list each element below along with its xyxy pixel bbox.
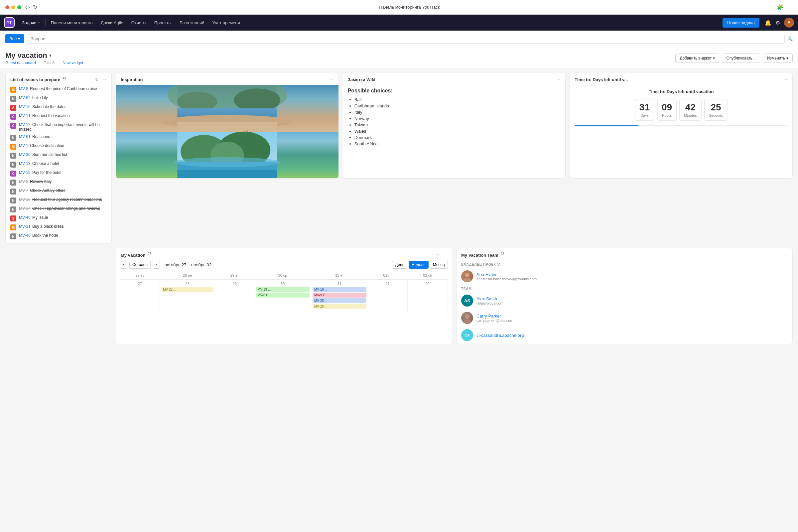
issue-id-link[interactable]: MV-3 [19, 179, 28, 184]
close-control[interactable] [5, 5, 9, 9]
dashboard-title[interactable]: My vacation ▾ [5, 51, 83, 60]
inspiration-menu-icon[interactable]: ··· [328, 76, 334, 82]
countdown-progress-fill [574, 125, 639, 126]
issue-id-link[interactable]: MV-61 [19, 134, 31, 139]
issue-item[interactable]: C MV-12 Check that no important events w… [8, 121, 109, 133]
issue-title: Schedule the dates [32, 104, 66, 109]
issue-item[interactable]: N MV-30 Summer clothes list [8, 151, 109, 160]
issue-id-link[interactable]: MV-10 [19, 104, 31, 109]
issue-id-link[interactable]: MV-7 [19, 188, 28, 193]
issue-item[interactable]: M MV-31 Buy a black dress [8, 223, 109, 232]
owner-name[interactable]: Ana Evans [476, 272, 788, 277]
team-member-ca: CA ci-cassandra.apache.org [457, 326, 792, 344]
add-widget-button[interactable]: Добавить виджет ▾ [675, 54, 719, 63]
calendar-menu-icon[interactable]: ··· [442, 252, 447, 258]
issue-item[interactable]: N MV-3 Review Italy [8, 178, 109, 187]
wiki-title: Заметки Wiki [348, 77, 375, 82]
nav-back-icon[interactable]: ‹› [25, 4, 30, 10]
change-button[interactable]: Изменить ▾ [763, 54, 793, 63]
issue-id-link[interactable]: MV-19 [19, 170, 31, 175]
issue-id-link[interactable]: MV-62 [19, 95, 31, 100]
alex-name[interactable]: Alex Smith [476, 296, 788, 301]
issue-item[interactable]: C MV-19 Pay for the hotel [8, 169, 109, 178]
issue-id-link[interactable]: MV-12 [19, 122, 31, 127]
wiki-content: Possible choices: BaliCaribbean islandsI… [343, 85, 566, 152]
calendar-refresh-icon[interactable]: ↻ [436, 253, 440, 258]
issue-item[interactable]: N MV-14 Check TripAdvisor ratings and re… [8, 205, 109, 214]
issue-id-link[interactable]: MV-13 [19, 161, 31, 166]
nav-item-knowledge[interactable]: База знаний [176, 18, 208, 27]
search-all-button[interactable]: Все ▾ [5, 34, 24, 43]
issue-text: MV-30 Summer clothes list [19, 152, 67, 157]
minimize-control[interactable] [11, 5, 15, 9]
issue-id-link[interactable]: MV-15 [19, 197, 31, 202]
issue-item[interactable]: M MV-8 Request the price of Caribbean cr… [8, 85, 109, 94]
new-task-button[interactable]: Новая задача [723, 18, 759, 27]
settings-icon[interactable]: ⚙ [775, 20, 780, 26]
ca-name[interactable]: ci-cassandra.apache.org [476, 333, 788, 338]
issue-item[interactable]: N MV-15 Request tour agency recommendati… [8, 196, 109, 205]
calendar-week-button[interactable]: Неделя [408, 261, 429, 269]
nav-item-tasks[interactable]: Задачи ▾ [19, 18, 43, 27]
issue-item[interactable]: M MV-1 Choose destination [8, 142, 109, 151]
issue-item[interactable]: S MV-10 Schedule the dates [8, 103, 109, 112]
nav-item-reports[interactable]: Отчеты [128, 18, 150, 27]
new-widget-link[interactable]: New widget [62, 60, 83, 65]
calendar-table: 27 вс28 пн29 вт30 ср31 чт01 пт02 сб 27 2… [120, 271, 448, 311]
guest-dashboard-link[interactable]: Guest dashboard [5, 60, 36, 65]
carry-name[interactable]: Carry Parker [476, 314, 788, 319]
issue-item[interactable]: N MV-46 Book the hotel [8, 232, 109, 241]
issue-item[interactable]: C MV-11 Request the vacation [8, 112, 109, 121]
issue-id-link[interactable]: MV-31 [19, 224, 31, 229]
issue-text: MV-7 Check AirItaly offers [19, 188, 65, 193]
publish-button[interactable]: Опубликовать... [722, 54, 760, 63]
widget-menu-icon[interactable]: ··· [101, 76, 107, 82]
issue-id-link[interactable]: MV-8 [19, 87, 28, 91]
more-options-icon[interactable]: ⋮ [787, 4, 793, 10]
nav-item-dashboards[interactable]: Панели мониторинга [48, 18, 96, 27]
team-menu-icon[interactable]: ··· [782, 252, 788, 258]
calendar-next-button[interactable]: › [153, 261, 160, 269]
extension-icon[interactable]: 🧩 [777, 4, 783, 10]
issue-item[interactable]: N MV-61 Reactions [8, 133, 109, 142]
calendar-prev-button[interactable]: ‹ [120, 261, 127, 269]
issue-item[interactable]: N MV-62 hello Lily [8, 94, 109, 103]
nav-item-agile[interactable]: Доски Agile [97, 18, 127, 27]
issue-id-link[interactable]: MV-46 [19, 233, 31, 238]
issue-id-link[interactable]: MV-1 [19, 143, 28, 148]
issue-id-link[interactable]: MV-11 [19, 113, 31, 118]
wiki-list-item: Norway [355, 116, 561, 121]
issue-id-link[interactable]: MV-40 [19, 215, 31, 220]
wiki-actions: ··· [555, 76, 560, 82]
issue-item[interactable]: S MV-40 My issue [8, 214, 109, 223]
main-content: List of issues to prepare 43 ↻ ··· M MV-… [0, 68, 798, 248]
search-icon[interactable]: 🔍 [787, 36, 793, 41]
refresh-icon[interactable]: ↻ [95, 77, 99, 82]
bell-icon[interactable]: 🔔 [765, 20, 772, 26]
search-all-label: Все [9, 36, 17, 41]
carry-avatar [461, 312, 473, 324]
avatar[interactable]: A [784, 18, 794, 27]
countdown-menu-icon[interactable]: ··· [782, 76, 788, 82]
calendar-month-button[interactable]: Месяц [430, 261, 448, 269]
issue-id-link[interactable]: MV-30 [19, 152, 31, 157]
nav-right-icon[interactable]: → [57, 60, 60, 65]
issue-id-link[interactable]: MV-14 [19, 206, 31, 211]
calendar-day-button[interactable]: День [392, 261, 407, 269]
agile-label: Доски Agile [101, 20, 124, 25]
reload-icon[interactable]: ↻ [33, 4, 37, 10]
issue-title: Request the vacation [32, 113, 70, 118]
add-widget-label: Добавить виджет [680, 56, 711, 60]
wiki-content-title: Possible choices: [348, 88, 561, 94]
countdown-hours-num: 09 [662, 102, 672, 113]
maximize-control[interactable] [17, 5, 21, 9]
nav-item-projects[interactable]: Проекты [151, 18, 175, 27]
issue-item[interactable]: N MV-7 Check AirItaly offers [8, 187, 109, 196]
calendar-today-button[interactable]: Сегодня [129, 261, 151, 269]
issue-item[interactable]: N MV-13 Choose a hotel [8, 160, 109, 169]
search-input[interactable] [27, 34, 785, 43]
issue-title: Buy a black dress [32, 224, 64, 229]
nav-item-time[interactable]: Учет времени [209, 18, 243, 27]
nav-left-icon[interactable]: ← [38, 60, 42, 65]
wiki-menu-icon[interactable]: ··· [555, 76, 560, 82]
